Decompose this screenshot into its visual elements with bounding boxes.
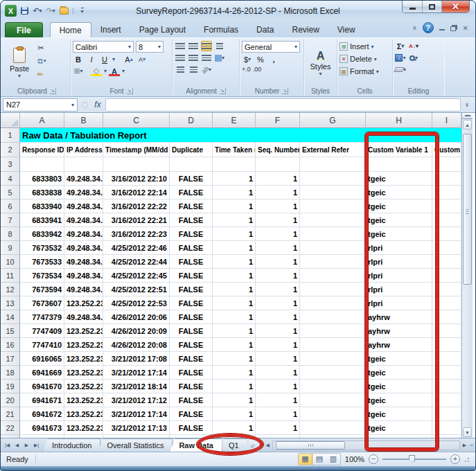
cell[interactable]: tgeic [366, 352, 432, 366]
cell[interactable]: 3/16/2012 22:10 [103, 172, 170, 186]
row-header-8[interactable]: 8 [1, 227, 20, 241]
autosum-button[interactable]: Σ▾ [395, 41, 406, 51]
row-header-16[interactable]: 16 [1, 338, 20, 352]
zoom-out-icon[interactable]: − [369, 454, 378, 464]
cell[interactable]: FALSE [170, 366, 213, 380]
center-button[interactable] [188, 53, 199, 63]
insert-cells-button[interactable]: ⊞Insert▾ [340, 41, 390, 52]
cell[interactable] [432, 366, 461, 380]
cell[interactable]: 4/26/2012 20:08 [103, 338, 170, 352]
tab-home[interactable]: Home [50, 22, 91, 37]
cell[interactable] [20, 157, 64, 172]
cell[interactable]: 1 [256, 255, 300, 269]
cell-header[interactable]: Timestamp (MM/dd [103, 143, 170, 157]
page-layout-view-icon[interactable]: ▤ [312, 454, 326, 465]
cell[interactable]: 6833941 [20, 213, 64, 227]
alignment-dialog-launcher-icon[interactable]: ↘ [220, 88, 226, 94]
row-header-20[interactable]: 20 [1, 393, 20, 407]
zoom-slider-thumb[interactable] [409, 455, 415, 464]
cell[interactable]: rlpri [366, 283, 432, 296]
cell[interactable]: tgeic [366, 366, 432, 380]
cell[interactable] [300, 352, 366, 366]
cell[interactable] [256, 157, 300, 172]
cell[interactable] [300, 296, 366, 310]
cell[interactable]: 7747410 [20, 338, 64, 352]
horizontal-scroll-track[interactable] [272, 441, 460, 450]
cell[interactable] [300, 199, 366, 213]
row-header-14[interactable]: 14 [1, 310, 20, 324]
cell[interactable]: FALSE [170, 310, 213, 324]
number-format-combo[interactable]: General▾ [242, 41, 300, 53]
cell[interactable]: 1 [213, 366, 256, 380]
cell[interactable] [432, 421, 461, 435]
grow-font-button[interactable]: A▴ [123, 54, 134, 64]
split-box-icon[interactable] [462, 113, 473, 119]
cell[interactable]: 1 [213, 213, 256, 227]
cell[interactable]: 7747409 [20, 324, 64, 338]
cell[interactable]: rlpri [366, 255, 432, 269]
delete-cells-button[interactable]: ✕Delete▾ [340, 53, 390, 64]
bottom-align-button[interactable] [201, 41, 212, 51]
decrease-decimal-button[interactable]: .00 [253, 66, 262, 73]
cell[interactable] [300, 213, 366, 227]
cell[interactable] [432, 255, 461, 269]
scroll-down-icon[interactable]: ▼ [463, 427, 472, 437]
cell[interactable]: 1 [213, 186, 256, 199]
cell[interactable]: 4/25/2012 22:46 [103, 241, 170, 255]
cell[interactable]: 7673594 [20, 283, 64, 296]
cell[interactable]: 123.252.239. [64, 366, 103, 380]
cell[interactable] [170, 157, 213, 172]
find-select-button[interactable]: ▾ [408, 53, 419, 63]
next-sheet-icon[interactable]: ▶ [22, 441, 31, 450]
cell[interactable]: tgeic [366, 213, 432, 227]
cell[interactable]: 49.248.34.20 [64, 227, 103, 241]
cell[interactable]: 7673534 [20, 269, 64, 283]
percent-button[interactable]: % [255, 54, 266, 64]
cell[interactable] [300, 157, 366, 172]
column-header-A[interactable]: A [20, 113, 64, 128]
scroll-left-icon[interactable]: ◀ [263, 441, 272, 450]
sheet-tab-q1[interactable]: Q1 [220, 438, 248, 452]
customize-qat-button[interactable]: ▾ [77, 6, 88, 17]
cell[interactable]: 6941670 [20, 380, 64, 393]
row-header-13[interactable]: 13 [1, 296, 20, 310]
font-color-button[interactable]: A [109, 66, 120, 76]
cell[interactable] [366, 157, 432, 172]
cell[interactable]: 6833940 [20, 199, 64, 213]
column-header-I[interactable]: I [432, 113, 461, 128]
cell[interactable]: 49.248.34.20 [64, 255, 103, 269]
cell[interactable] [432, 393, 461, 407]
middle-align-button[interactable] [188, 41, 199, 51]
cell[interactable] [432, 186, 461, 199]
cell[interactable]: 1 [213, 269, 256, 283]
tab-splitter-handle[interactable] [470, 445, 473, 446]
cell[interactable] [300, 324, 366, 338]
cell[interactable] [300, 310, 366, 324]
cell[interactable]: 6941673 [20, 421, 64, 435]
cell[interactable]: tgeic [366, 186, 432, 199]
row-header-3[interactable]: 3 [1, 157, 20, 172]
cell[interactable]: 1 [213, 380, 256, 393]
cell[interactable]: ayhrw [366, 338, 432, 352]
scroll-up-icon[interactable]: ▲ [463, 120, 472, 130]
styles-button[interactable]: A Styles▾ [306, 41, 335, 86]
cell[interactable]: 49.248.34.20 [64, 213, 103, 227]
cell[interactable]: tgeic [366, 421, 432, 435]
shrink-font-button[interactable]: A▾ [136, 54, 148, 64]
column-header-C[interactable]: C [103, 113, 170, 128]
cell[interactable]: 1 [256, 227, 300, 241]
row-header-11[interactable]: 11 [1, 269, 20, 283]
cell[interactable]: 1 [256, 269, 300, 283]
zoom-in-icon[interactable]: + [450, 454, 460, 464]
cell[interactable]: 1 [213, 324, 256, 338]
cell[interactable]: 1 [256, 241, 300, 255]
cell[interactable]: 1 [256, 393, 300, 407]
expand-formula-bar-icon[interactable]: ∨ [461, 101, 473, 108]
row-header-7[interactable]: 7 [1, 213, 20, 227]
cell[interactable]: 3/16/2012 22:22 [103, 199, 170, 213]
increase-indent-button[interactable] [188, 64, 199, 75]
page-break-view-icon[interactable]: ▥ [326, 454, 340, 465]
row-header-12[interactable]: 12 [1, 283, 20, 296]
cell[interactable]: 1 [256, 283, 300, 296]
cell[interactable]: 4/26/2012 20:06 [103, 310, 170, 324]
